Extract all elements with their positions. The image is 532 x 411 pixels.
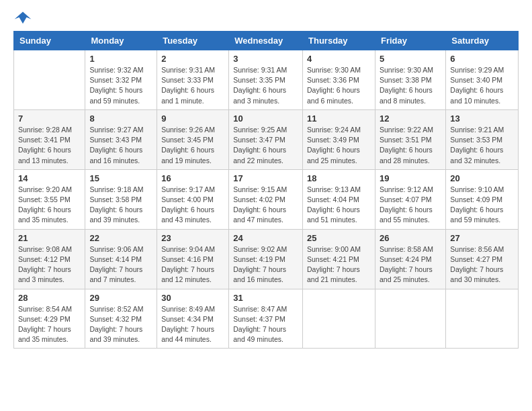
day-number: 1	[89, 54, 152, 64]
day-info: Sunrise: 9:13 AMSunset: 4:04 PMDaylight:…	[307, 185, 371, 226]
day-number: 23	[161, 233, 224, 243]
day-number: 11	[307, 113, 371, 124]
day-number: 4	[307, 54, 371, 64]
day-number: 29	[89, 293, 152, 303]
calendar-day-cell: 26Sunrise: 8:58 AMSunset: 4:24 PMDayligh…	[375, 229, 445, 289]
day-info: Sunrise: 8:52 AMSunset: 4:32 PMDaylight:…	[89, 304, 152, 345]
calendar-day-cell: 28Sunrise: 8:54 AMSunset: 4:29 PMDayligh…	[14, 289, 85, 349]
day-number: 27	[450, 233, 514, 243]
calendar-day-cell: 31Sunrise: 8:47 AMSunset: 4:37 PMDayligh…	[229, 289, 303, 349]
day-number: 13	[450, 113, 514, 124]
calendar-day-cell: 22Sunrise: 9:06 AMSunset: 4:14 PMDayligh…	[85, 229, 157, 289]
calendar-day-cell: 18Sunrise: 9:13 AMSunset: 4:04 PMDayligh…	[303, 169, 375, 229]
calendar-day-cell: 4Sunrise: 9:30 AMSunset: 3:36 PMDaylight…	[303, 50, 375, 110]
day-number: 18	[307, 173, 371, 183]
day-number: 22	[89, 233, 152, 243]
calendar-day-cell: 1Sunrise: 9:32 AMSunset: 3:32 PMDaylight…	[85, 50, 157, 110]
calendar-day-cell: 6Sunrise: 9:29 AMSunset: 3:40 PMDaylight…	[446, 50, 519, 110]
day-number: 21	[18, 233, 81, 243]
day-info: Sunrise: 9:06 AMSunset: 4:14 PMDaylight:…	[89, 244, 152, 285]
day-info: Sunrise: 9:02 AMSunset: 4:19 PMDaylight:…	[233, 244, 298, 285]
calendar-day-cell	[446, 289, 519, 349]
day-number: 30	[161, 293, 224, 303]
calendar-day-cell: 5Sunrise: 9:30 AMSunset: 3:38 PMDaylight…	[375, 50, 445, 110]
day-number: 10	[233, 113, 298, 124]
day-number: 6	[450, 54, 514, 64]
day-info: Sunrise: 9:17 AMSunset: 4:00 PMDaylight:…	[161, 185, 224, 226]
calendar-day-cell	[375, 289, 445, 349]
day-number: 16	[161, 173, 224, 183]
day-info: Sunrise: 9:04 AMSunset: 4:16 PMDaylight:…	[161, 244, 224, 285]
day-info: Sunrise: 9:30 AMSunset: 3:36 PMDaylight:…	[307, 65, 371, 106]
day-info: Sunrise: 9:00 AMSunset: 4:21 PMDaylight:…	[307, 244, 371, 285]
day-info: Sunrise: 9:21 AMSunset: 3:53 PMDaylight:…	[450, 125, 514, 166]
calendar-day-cell: 24Sunrise: 9:02 AMSunset: 4:19 PMDayligh…	[229, 229, 303, 289]
calendar-week-row: 1Sunrise: 9:32 AMSunset: 3:32 PMDaylight…	[14, 50, 519, 110]
calendar-day-cell: 8Sunrise: 9:27 AMSunset: 3:43 PMDaylight…	[85, 109, 157, 169]
calendar-day-cell: 27Sunrise: 8:56 AMSunset: 4:27 PMDayligh…	[446, 229, 519, 289]
day-info: Sunrise: 9:15 AMSunset: 4:02 PMDaylight:…	[233, 185, 298, 226]
day-number: 31	[233, 293, 298, 303]
weekday-header-cell: Friday	[375, 32, 445, 50]
weekday-header-cell: Thursday	[303, 32, 375, 50]
day-info: Sunrise: 9:22 AMSunset: 3:51 PMDaylight:…	[380, 125, 441, 166]
calendar-day-cell: 25Sunrise: 9:00 AMSunset: 4:21 PMDayligh…	[303, 229, 375, 289]
day-number: 24	[233, 233, 298, 243]
day-number: 9	[161, 113, 224, 124]
calendar-day-cell: 17Sunrise: 9:15 AMSunset: 4:02 PMDayligh…	[229, 169, 303, 229]
day-info: Sunrise: 9:27 AMSunset: 3:43 PMDaylight:…	[89, 125, 152, 166]
logo	[13, 11, 35, 26]
calendar-day-cell: 2Sunrise: 9:31 AMSunset: 3:33 PMDaylight…	[157, 50, 229, 110]
weekday-header-cell: Monday	[85, 32, 157, 50]
calendar-day-cell: 3Sunrise: 9:31 AMSunset: 3:35 PMDaylight…	[229, 50, 303, 110]
weekday-header-row: SundayMondayTuesdayWednesdayThursdayFrid…	[14, 32, 519, 50]
day-info: Sunrise: 9:18 AMSunset: 3:58 PMDaylight:…	[89, 185, 152, 226]
day-number: 26	[380, 233, 441, 243]
calendar-day-cell	[303, 289, 375, 349]
calendar-day-cell: 16Sunrise: 9:17 AMSunset: 4:00 PMDayligh…	[157, 169, 229, 229]
calendar-day-cell: 30Sunrise: 8:49 AMSunset: 4:34 PMDayligh…	[157, 289, 229, 349]
day-info: Sunrise: 8:47 AMSunset: 4:37 PMDaylight:…	[233, 304, 298, 345]
day-number: 2	[161, 54, 224, 64]
day-number: 14	[18, 173, 81, 183]
day-info: Sunrise: 9:31 AMSunset: 3:33 PMDaylight:…	[161, 65, 224, 106]
calendar-day-cell: 15Sunrise: 9:18 AMSunset: 3:58 PMDayligh…	[85, 169, 157, 229]
calendar-day-cell: 23Sunrise: 9:04 AMSunset: 4:16 PMDayligh…	[157, 229, 229, 289]
day-info: Sunrise: 9:24 AMSunset: 3:49 PMDaylight:…	[307, 125, 371, 166]
day-info: Sunrise: 9:26 AMSunset: 3:45 PMDaylight:…	[161, 125, 224, 166]
calendar-day-cell: 20Sunrise: 9:10 AMSunset: 4:09 PMDayligh…	[446, 169, 519, 229]
day-number: 20	[450, 173, 514, 183]
day-number: 3	[233, 54, 298, 64]
day-info: Sunrise: 9:30 AMSunset: 3:38 PMDaylight:…	[380, 65, 441, 106]
day-info: Sunrise: 8:54 AMSunset: 4:29 PMDaylight:…	[18, 304, 81, 345]
calendar-week-row: 7Sunrise: 9:28 AMSunset: 3:41 PMDaylight…	[14, 109, 519, 169]
calendar-day-cell: 12Sunrise: 9:22 AMSunset: 3:51 PMDayligh…	[375, 109, 445, 169]
day-number: 12	[380, 113, 441, 124]
day-info: Sunrise: 9:31 AMSunset: 3:35 PMDaylight:…	[233, 65, 298, 106]
day-info: Sunrise: 8:56 AMSunset: 4:27 PMDaylight:…	[450, 244, 514, 285]
day-info: Sunrise: 8:58 AMSunset: 4:24 PMDaylight:…	[380, 244, 441, 285]
calendar-week-row: 28Sunrise: 8:54 AMSunset: 4:29 PMDayligh…	[14, 289, 519, 349]
header-area	[13, 11, 519, 26]
calendar-day-cell: 14Sunrise: 9:20 AMSunset: 3:55 PMDayligh…	[14, 169, 85, 229]
weekday-header-cell: Saturday	[446, 32, 519, 50]
day-info: Sunrise: 9:20 AMSunset: 3:55 PMDaylight:…	[18, 185, 81, 226]
day-number: 8	[89, 113, 152, 124]
calendar-body: 1Sunrise: 9:32 AMSunset: 3:32 PMDaylight…	[14, 50, 519, 349]
calendar-day-cell: 19Sunrise: 9:12 AMSunset: 4:07 PMDayligh…	[375, 169, 445, 229]
calendar-day-cell	[14, 50, 85, 110]
calendar-day-cell: 9Sunrise: 9:26 AMSunset: 3:45 PMDaylight…	[157, 109, 229, 169]
weekday-header-cell: Tuesday	[157, 32, 229, 50]
calendar-day-cell: 7Sunrise: 9:28 AMSunset: 3:41 PMDaylight…	[14, 109, 85, 169]
day-number: 7	[18, 113, 81, 124]
calendar-table: SundayMondayTuesdayWednesdayThursdayFrid…	[13, 31, 519, 349]
calendar-day-cell: 10Sunrise: 9:25 AMSunset: 3:47 PMDayligh…	[229, 109, 303, 169]
calendar-week-row: 14Sunrise: 9:20 AMSunset: 3:55 PMDayligh…	[14, 169, 519, 229]
day-info: Sunrise: 9:10 AMSunset: 4:09 PMDaylight:…	[450, 185, 514, 226]
svg-marker-0	[15, 11, 32, 24]
day-info: Sunrise: 9:12 AMSunset: 4:07 PMDaylight:…	[380, 185, 441, 226]
day-info: Sunrise: 9:28 AMSunset: 3:41 PMDaylight:…	[18, 125, 81, 166]
calendar-day-cell: 29Sunrise: 8:52 AMSunset: 4:32 PMDayligh…	[85, 289, 157, 349]
day-info: Sunrise: 9:32 AMSunset: 3:32 PMDaylight:…	[89, 65, 152, 106]
calendar-day-cell: 13Sunrise: 9:21 AMSunset: 3:53 PMDayligh…	[446, 109, 519, 169]
